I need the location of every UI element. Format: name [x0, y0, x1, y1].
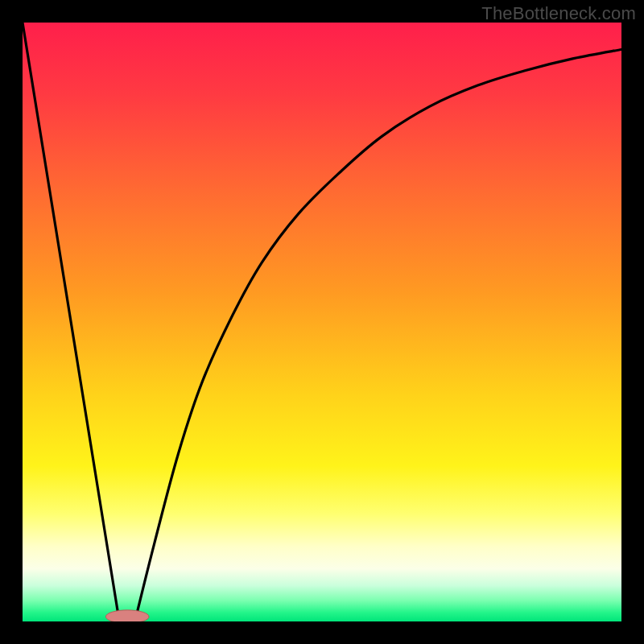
watermark-text: TheBottleneck.com	[481, 3, 636, 24]
plot-svg	[23, 23, 621, 621]
chart-frame: TheBottleneck.com	[0, 0, 644, 644]
plot-area	[23, 23, 621, 621]
gradient-background	[23, 23, 621, 621]
minimum-marker	[105, 610, 149, 621]
